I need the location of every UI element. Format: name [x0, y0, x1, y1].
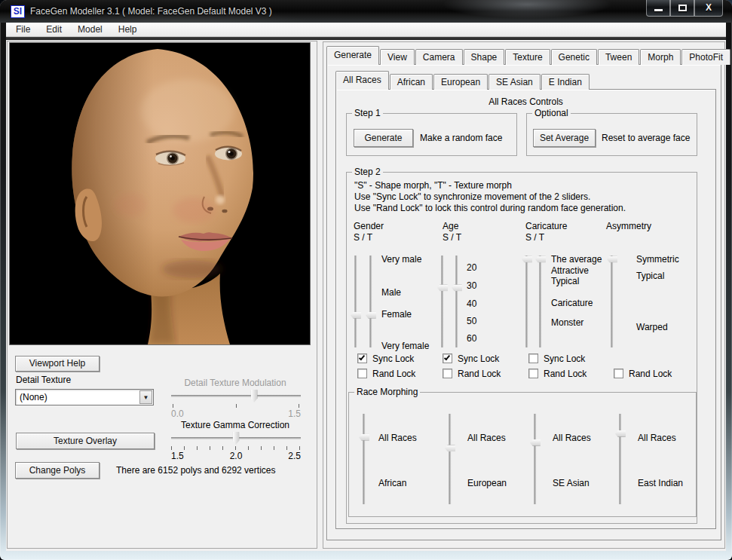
tab-tween[interactable]: Tween	[598, 49, 639, 65]
viewport-help-button[interactable]: Viewport Help	[15, 356, 100, 372]
caricature-tick-label: The average	[551, 254, 602, 265]
detail-texture-modulation-slider[interactable]: 0.0 1.5	[171, 390, 301, 415]
modulation-max-label: 1.5	[288, 409, 301, 419]
caricature-tick-label: Attractive	[551, 265, 589, 276]
sync-lock-label: Sync Lock	[544, 353, 585, 364]
east-indian-morph-handle[interactable]	[615, 430, 626, 437]
dropdown-arrow-icon[interactable]: ▼	[139, 390, 152, 404]
se-asian-morph-slider[interactable]	[530, 414, 541, 504]
caricature-tick-label: Typical	[551, 276, 579, 286]
age-st-label: S / T	[443, 232, 461, 243]
european-morph-slider[interactable]	[445, 414, 455, 504]
menu-edit[interactable]: Edit	[46, 24, 62, 35]
asymmetry-tick-label: Warped	[636, 322, 668, 332]
age-texture-slider[interactable]	[452, 256, 462, 347]
east-indian-morph-slider[interactable]	[615, 414, 626, 504]
gender-shape-slider[interactable]	[351, 256, 361, 347]
generate-description: Make a random face	[420, 133, 502, 143]
caricature-texture-handle[interactable]	[535, 256, 546, 262]
close-button[interactable]: X	[694, 0, 723, 17]
race-slider-top-label: All Races	[638, 433, 676, 443]
menu-model[interactable]: Model	[78, 24, 103, 35]
rand-lock-label: Rand Lock	[372, 369, 415, 379]
all-races-page: All Races Controls Step 1 Generate Make …	[335, 89, 716, 529]
gender-texture-handle[interactable]	[366, 312, 376, 319]
slider-track	[534, 414, 537, 504]
menu-help[interactable]: Help	[118, 24, 137, 35]
slider-track	[620, 414, 622, 504]
desktop: SI FaceGen Modeller 3.1 ( Model: FaceGen…	[0, 0, 732, 560]
rendered-head-preview	[10, 43, 310, 344]
race-slider-bottom-label: East Indian	[638, 478, 683, 488]
tab-generate[interactable]: Generate	[326, 46, 379, 65]
caricature-shape-slider[interactable]	[522, 256, 532, 347]
tab-e-indian[interactable]: E Indian	[541, 74, 590, 90]
age-tick-label: 30	[467, 280, 476, 291]
age-texture-handle[interactable]	[452, 284, 462, 291]
generate-button[interactable]: Generate	[354, 129, 413, 147]
african-morph-handle[interactable]	[359, 434, 369, 441]
gamma-slider-handle[interactable]	[233, 432, 240, 445]
caricature-tick-label: Caricature	[551, 298, 593, 308]
rand-lock-label: Rand Lock	[544, 369, 587, 379]
tab-genetic[interactable]: Genetic	[551, 49, 597, 65]
asymmetry-rand-lock-checkbox[interactable]	[614, 369, 623, 378]
menu-bar: File Edit Model Help	[6, 23, 726, 37]
modulation-slider-handle[interactable]	[251, 390, 258, 402]
detail-texture-dropdown[interactable]: (None) ▼	[15, 389, 154, 405]
gender-sync-lock-checkbox[interactable]	[357, 353, 367, 363]
rand-lock-label: Rand Lock	[458, 369, 501, 379]
tab-photofit[interactable]: PhotoFit	[681, 49, 730, 65]
gender-shape-handle[interactable]	[351, 312, 361, 319]
optional-groupbox: Optional Set Average Reset to average fa…	[526, 113, 697, 156]
gender-rand-lock-checkbox[interactable]	[357, 369, 367, 378]
caricature-texture-slider[interactable]	[535, 256, 546, 347]
maximize-button[interactable]	[670, 0, 694, 17]
caricature-sync-lock-checkbox[interactable]	[528, 353, 538, 363]
slider-track	[171, 395, 301, 397]
tab-shape[interactable]: Shape	[464, 49, 505, 65]
race-morphing-legend: Race Morphing	[354, 387, 420, 397]
step2-legend: Step 2	[352, 167, 383, 177]
sync-lock-label: Sync Lock	[458, 353, 499, 364]
step1-groupbox: Step 1 Generate Make a random face	[346, 113, 517, 156]
gender-tick-label: Very male	[381, 254, 421, 265]
texture-overlay-button[interactable]: Texture Overlay	[16, 433, 155, 449]
age-tick-label: 60	[467, 333, 476, 344]
set-average-button[interactable]: Set Average	[533, 129, 596, 147]
gender-texture-slider[interactable]	[366, 256, 376, 347]
asymmetry-handle[interactable]	[607, 256, 617, 262]
client-area: Viewport Help Detail Texture (None) ▼ De…	[6, 40, 726, 551]
caricature-shape-handle[interactable]	[522, 256, 532, 262]
tab-all-races[interactable]: All Races	[335, 71, 389, 90]
european-morph-handle[interactable]	[445, 445, 455, 451]
change-polys-button[interactable]: Change Polys	[15, 462, 100, 479]
age-shape-handle[interactable]	[437, 284, 448, 291]
age-sync-lock-checkbox[interactable]	[443, 353, 452, 363]
african-morph-slider[interactable]	[359, 414, 369, 504]
tab-african[interactable]: African	[390, 74, 433, 90]
window-controls: X	[646, 0, 723, 17]
race-slider-bottom-label: African	[378, 478, 406, 488]
caricature-rand-lock-checkbox[interactable]	[528, 369, 538, 378]
rand-lock-label: Rand Lock	[629, 369, 672, 379]
title-bar[interactable]: SI FaceGen Modeller 3.1 ( Model: FaceGen…	[0, 0, 732, 23]
tab-texture[interactable]: Texture	[505, 49, 550, 65]
age-tick-label: 20	[467, 262, 476, 273]
tab-camera[interactable]: Camera	[415, 49, 463, 65]
age-rand-lock-checkbox[interactable]	[443, 369, 452, 378]
menu-file[interactable]: File	[16, 24, 30, 35]
tab-view[interactable]: View	[380, 49, 415, 65]
minimize-button[interactable]	[646, 0, 670, 17]
asymmetry-header: Asymmetry	[606, 221, 651, 231]
tab-european[interactable]: European	[433, 74, 488, 90]
step1-legend: Step 1	[352, 108, 383, 118]
age-shape-slider[interactable]	[437, 256, 448, 347]
slider-track	[456, 256, 458, 347]
tab-se-asian[interactable]: SE Asian	[489, 74, 541, 90]
3d-viewport[interactable]	[9, 42, 311, 345]
se-asian-morph-handle[interactable]	[530, 439, 541, 446]
tab-morph[interactable]: Morph	[640, 49, 681, 65]
texture-gamma-slider[interactable]: 1.5 2.0 2.5	[171, 432, 301, 457]
asymmetry-slider[interactable]	[607, 256, 617, 347]
